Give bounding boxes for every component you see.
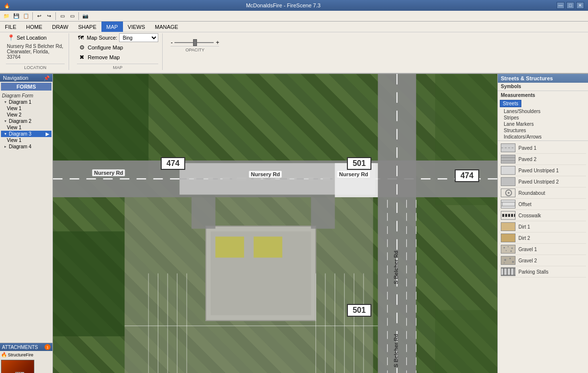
menu-draw[interactable]: DRAW <box>47 22 73 32</box>
street-type-gravel1[interactable]: Gravel 1 <box>500 244 586 255</box>
tree-diagram-4[interactable]: ▸ Diagram 4 <box>1 143 51 150</box>
parking-label: Parking Stalls <box>518 269 548 275</box>
roundabout-label: Roundabout <box>518 190 545 196</box>
svg-rect-54 <box>501 222 515 231</box>
tree-diagram-2[interactable]: ▾ Diagram 2 <box>1 118 51 124</box>
forms-button[interactable]: FORMS <box>1 83 51 91</box>
street-type-paved2[interactable]: Paved 2 <box>500 154 586 165</box>
street-type-dirt1[interactable]: Dirt 1 <box>500 221 586 233</box>
toolbar-btn-5[interactable]: ▭ <box>58 12 67 21</box>
map-area[interactable]: Nursery Rd Nursery Rd Nursery Rd S Belch… <box>53 74 497 373</box>
svg-rect-56 <box>501 245 515 254</box>
svg-point-57 <box>504 247 505 249</box>
ribbon-location-group: 📍 Set Location Nursery Rd S Belcher Rd, … <box>2 33 69 70</box>
tree-label-v1c: View 1 <box>7 138 22 143</box>
gravel1-icon <box>501 245 515 254</box>
svg-point-59 <box>512 248 513 249</box>
street-type-parking[interactable]: Parking Stalls <box>500 266 586 278</box>
street-type-dirt2[interactable]: Dirt 2 <box>500 233 586 244</box>
toolbar-btn-undo[interactable]: ↩ <box>35 12 44 21</box>
svg-rect-51 <box>508 214 510 217</box>
divider-1 <box>498 91 588 91</box>
expand-d1[interactable]: ▾ <box>3 100 8 105</box>
tab-lanes-shoulders[interactable]: Lanes/Shoulders <box>498 108 588 115</box>
gravel2-label: Gravel 2 <box>518 258 537 263</box>
toolbar-btn-redo[interactable]: ↪ <box>45 12 53 21</box>
menu-views[interactable]: VIEWS <box>123 22 150 32</box>
toolbar-btn-2[interactable]: 💾 <box>12 12 21 21</box>
map-source-select[interactable]: Bing Google None <box>119 33 158 42</box>
paved-unstriped2-label: Paved Unstriped 2 <box>518 179 559 185</box>
tab-streets[interactable]: Streets <box>500 100 521 107</box>
tab-indicators-arrows[interactable]: Indicators/Arrows <box>498 134 588 140</box>
remove-map-button[interactable]: ✖ Remove Map <box>77 53 158 62</box>
street-type-paved-unstriped1[interactable]: Paved Unstriped 1 <box>500 165 586 176</box>
configure-map-button[interactable]: ⚙ Configure Map <box>77 43 158 52</box>
tree-view-2a[interactable]: View 2 <box>1 112 51 118</box>
map-number-474-right: 474 <box>455 169 479 182</box>
maximize-button[interactable]: □ <box>566 2 574 9</box>
svg-rect-43 <box>501 200 515 209</box>
tree-diagram-1[interactable]: ▾ Diagram 1 <box>1 99 51 105</box>
svg-rect-53 <box>514 214 515 217</box>
set-location-button[interactable]: 📍 Set Location <box>6 33 65 42</box>
street-type-paved1[interactable]: Paved 1 <box>500 142 586 154</box>
tree-view-1c[interactable]: View 1 <box>1 137 51 143</box>
measurement-tabs: Streets <box>498 99 588 108</box>
remove-map-icon: ✖ <box>78 53 86 61</box>
street-type-roundabout[interactable]: Roundabout <box>500 187 586 199</box>
menu-home[interactable]: HOME <box>21 22 47 32</box>
dirt1-icon <box>501 222 515 231</box>
paved2-label: Paved 2 <box>518 157 537 162</box>
paved1-icon <box>501 143 515 152</box>
panel-pin-button[interactable]: 📌 <box>44 75 49 81</box>
close-button[interactable]: ✕ <box>576 2 584 9</box>
minimize-button[interactable]: — <box>557 2 564 9</box>
map-source-row: 🗺 Map Source: Bing Google None <box>77 33 158 42</box>
svg-rect-49 <box>502 214 504 217</box>
tree-view-1b[interactable]: View 1 <box>1 124 51 131</box>
street-type-offset[interactable]: Offset <box>500 199 586 210</box>
paved2-icon <box>501 155 515 163</box>
slider-thumb[interactable] <box>193 39 197 46</box>
right-panel-title: Streets & Structures <box>501 75 553 81</box>
tab-structures[interactable]: Structures <box>498 127 588 134</box>
tab-stripes[interactable]: Stripes <box>498 115 588 121</box>
opacity-slider-container: - + <box>171 39 219 46</box>
street-type-gravel2[interactable]: Gravel 2 <box>500 255 586 266</box>
tree-diagram-3[interactable]: ▾ Diagram 3 ▶ <box>1 131 51 137</box>
dirt1-label: Dirt 1 <box>518 224 530 230</box>
street-type-crosswalk[interactable]: Crosswalk <box>500 210 586 221</box>
svg-rect-52 <box>511 214 513 217</box>
tree-label-d3: Diagram 3 <box>9 131 31 137</box>
menu-manage[interactable]: MANAGE <box>150 22 183 32</box>
toolbar-btn-6[interactable]: ▭ <box>68 12 76 21</box>
attachment-thumb-icon: 🚒 <box>9 369 26 373</box>
opacity-minus[interactable]: - <box>171 39 172 46</box>
attachment-thumbnail[interactable]: 🚒 <box>1 360 34 373</box>
svg-point-60 <box>506 250 507 251</box>
expand-d3[interactable]: ▾ <box>3 132 8 137</box>
tree-label-v2a: View 2 <box>7 112 22 117</box>
expand-d2[interactable]: ▾ <box>3 119 8 124</box>
map-label-nursery2: Nursery Rd <box>249 171 282 178</box>
menu-map[interactable]: MAP <box>101 22 123 32</box>
opacity-slider[interactable] <box>174 39 214 46</box>
menu-shape[interactable]: SHAPE <box>73 22 101 32</box>
menu-file[interactable]: FILE <box>0 22 21 32</box>
toolbar-btn-3[interactable]: 📋 <box>22 12 30 21</box>
street-type-paved-unstriped2[interactable]: Paved Unstriped 2 <box>500 176 586 187</box>
symbols-section-label: Symbols <box>498 83 588 90</box>
attachment-item-fire[interactable]: 🔥 StructureFire <box>0 351 52 359</box>
tab-lane-markers[interactable]: Lane Markers <box>498 121 588 127</box>
svg-point-63 <box>504 259 506 261</box>
toolbar-btn-1[interactable]: 📁 <box>2 12 11 21</box>
opacity-plus[interactable]: + <box>216 39 219 46</box>
svg-rect-50 <box>505 214 507 217</box>
expand-d4[interactable]: ▸ <box>3 144 8 149</box>
svg-rect-62 <box>501 256 515 265</box>
diagram3-nav-btn[interactable]: ▶ <box>46 131 49 137</box>
toolbar-btn-cam[interactable]: 📷 <box>81 12 90 21</box>
tree-view-1a[interactable]: View 1 <box>1 105 51 112</box>
ribbon-opacity-group: - + OPACITY <box>167 33 223 54</box>
